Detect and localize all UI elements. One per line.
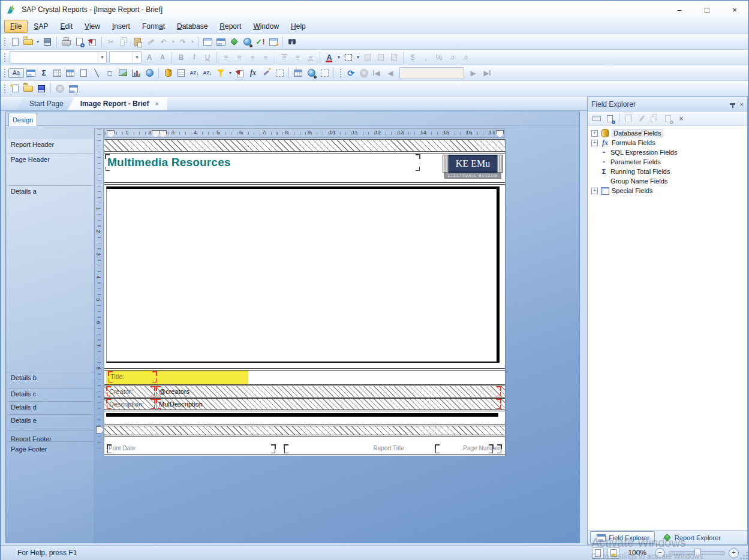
insert-group-icon[interactable] xyxy=(24,67,37,79)
section-page-header[interactable]: Page Header xyxy=(7,154,94,186)
database-expert-icon[interactable] xyxy=(161,67,175,79)
section-expert-icon[interactable] xyxy=(175,67,188,79)
align-bottom-icon[interactable]: ≡ xyxy=(304,52,317,64)
undo-dropdown-icon[interactable]: ▾ xyxy=(170,36,176,48)
indent-marker[interactable] xyxy=(159,130,167,138)
page-header-band[interactable]: Multimedia Resources KE EMu ELECTRONIC M… xyxy=(104,153,505,182)
new-document-icon[interactable] xyxy=(8,36,22,48)
details-d-band[interactable]: Description: MulDescription xyxy=(104,399,505,410)
menu-window[interactable]: Window xyxy=(247,20,285,33)
insert-olap-grid-icon[interactable] xyxy=(64,67,77,79)
italic-icon[interactable]: I xyxy=(188,52,201,64)
export-icon[interactable] xyxy=(86,36,99,48)
browse-data-icon[interactable] xyxy=(603,113,616,125)
section-report-header[interactable]: Report Header xyxy=(7,139,94,154)
font-color-icon[interactable]: A xyxy=(323,52,336,64)
font-size-combo[interactable]: ▾ xyxy=(109,51,142,64)
tab-field-explorer[interactable]: Field Explorer xyxy=(590,531,655,544)
percent-icon[interactable]: % xyxy=(432,52,446,64)
grid-options-icon[interactable] xyxy=(318,67,331,79)
maximize-button[interactable]: □ xyxy=(693,1,721,19)
web-search-icon[interactable] xyxy=(240,36,254,48)
tree-item-special-fields[interactable]: + Special Fields xyxy=(588,186,747,195)
design-view-toggle[interactable] xyxy=(592,547,604,559)
menu-sap[interactable]: SAP xyxy=(28,20,54,33)
align-justify-icon[interactable]: ≡ xyxy=(259,52,272,64)
align-top-icon[interactable]: ≡ xyxy=(278,52,291,64)
tree-item-group-name-fields[interactable]: Group Name Fields xyxy=(588,176,747,186)
section-report-footer[interactable]: Report Footer xyxy=(7,430,94,442)
undo-icon[interactable]: ↶ xyxy=(157,36,170,48)
tab-design[interactable]: Design xyxy=(8,113,37,126)
thousands-separator-icon[interactable]: , xyxy=(419,52,432,64)
copy-icon[interactable] xyxy=(118,36,131,48)
description-field-object[interactable]: MulDescription xyxy=(157,399,501,409)
close-button[interactable]: × xyxy=(721,1,748,19)
delete-field-icon[interactable]: × xyxy=(675,113,688,125)
align-middle-icon[interactable]: ≡ xyxy=(291,52,304,64)
menu-insert[interactable]: Insert xyxy=(106,20,136,33)
open-report-icon[interactable] xyxy=(22,36,35,48)
record-sort-expert-icon[interactable]: AZ xyxy=(201,67,214,79)
tree-item-formula-fields[interactable]: + fx Formula Fields xyxy=(588,138,747,147)
expand-icon[interactable]: + xyxy=(591,130,598,137)
previous-page-icon[interactable]: ◀ xyxy=(384,67,397,79)
format-expert-icon[interactable] xyxy=(233,67,246,79)
expand-icon[interactable]: + xyxy=(591,188,598,194)
expand-icon[interactable]: + xyxy=(591,140,598,146)
title-field-object[interactable]: Title: xyxy=(109,372,157,383)
print-date-object[interactable]: Print Date xyxy=(107,445,275,453)
suppress-icon[interactable] xyxy=(361,52,374,64)
creator-formula-object[interactable]: @creators xyxy=(157,387,501,396)
underline-icon[interactable]: U xyxy=(201,52,214,64)
report-wizard-icon[interactable] xyxy=(227,36,240,48)
menu-help[interactable]: Help xyxy=(285,20,312,33)
insert-box-icon[interactable]: □ xyxy=(103,67,116,79)
insert-cross-tab-icon[interactable] xyxy=(50,67,64,79)
insert-chart-icon[interactable] xyxy=(130,67,143,79)
menu-database[interactable]: Database xyxy=(171,20,213,33)
zoom-out-button[interactable]: − xyxy=(655,548,665,558)
insert-map-icon[interactable] xyxy=(143,67,156,79)
zoom-in-button[interactable]: + xyxy=(729,548,739,558)
report-footer-band[interactable] xyxy=(104,426,505,435)
print-preview-icon[interactable] xyxy=(73,36,86,48)
section-details-b[interactable]: Details b xyxy=(7,372,94,389)
redo-dropdown-icon[interactable]: ▾ xyxy=(189,36,195,48)
formula-workshop-icon[interactable]: fx xyxy=(246,67,260,79)
right-margin-marker[interactable] xyxy=(496,130,504,138)
align-center-icon[interactable]: ≡ xyxy=(233,52,246,64)
tab-image-report-brief[interactable]: Image Report - Brief× xyxy=(67,97,167,110)
details-e-band[interactable] xyxy=(104,411,505,424)
section-details-c[interactable]: Details c xyxy=(7,389,94,402)
next-page-icon[interactable]: ▶ xyxy=(467,67,480,79)
font-color-dropdown-icon[interactable]: ▾ xyxy=(336,52,342,64)
page-footer-band[interactable]: Print Date Report Title Page Number xyxy=(104,437,505,454)
section-page-footer[interactable]: Page Footer xyxy=(7,442,94,547)
insert-line-icon[interactable]: ╲ xyxy=(90,67,103,79)
increase-decimals-icon[interactable]: .0 xyxy=(446,52,459,64)
check-dependencies-icon[interactable]: ✓ xyxy=(254,36,267,48)
band-separator[interactable] xyxy=(104,454,505,456)
insert-picture-icon[interactable] xyxy=(116,67,130,79)
menu-file[interactable]: File xyxy=(4,20,28,33)
cut-icon[interactable]: ✂ xyxy=(104,36,118,48)
section-details-a[interactable]: Details a xyxy=(7,186,94,372)
tree-item-database-fields[interactable]: + Database Fields xyxy=(588,128,747,138)
save-file-icon[interactable] xyxy=(35,83,48,95)
edit-field-icon[interactable] xyxy=(635,113,648,125)
page-number-object[interactable]: Page Number xyxy=(435,445,501,453)
preview-view-toggle[interactable] xyxy=(607,547,619,559)
redo-icon[interactable]: ↷ xyxy=(176,36,189,48)
tree-item-sql-expression-fields[interactable]: SQL Expression Fields xyxy=(588,147,747,157)
menu-view[interactable]: View xyxy=(79,20,106,33)
tab-report-explorer[interactable]: Report Explorer xyxy=(657,531,726,544)
insert-to-report-icon[interactable] xyxy=(590,113,603,125)
tree-item-running-total-fields[interactable]: Σ Running Total Fields xyxy=(588,167,747,176)
zoom-slider-thumb[interactable] xyxy=(694,549,701,558)
toggle-preview-panel-icon[interactable] xyxy=(201,36,214,48)
indent-marker[interactable] xyxy=(152,130,160,138)
open-file-icon[interactable] xyxy=(22,83,35,95)
first-page-icon[interactable]: ◀ xyxy=(371,67,384,79)
decrease-decimals-icon[interactable]: .0 xyxy=(459,52,472,64)
